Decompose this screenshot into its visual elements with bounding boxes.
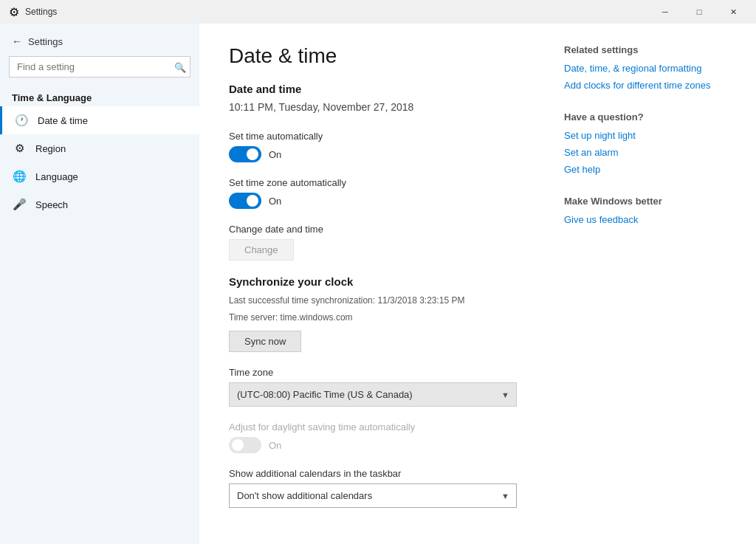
time-zone-row: Time zone (UTC-08:00) Pacific Time (US &… xyxy=(229,367,535,407)
related-link-date-regional[interactable]: Date, time, & regional formatting xyxy=(564,63,726,74)
sidebar-item-region[interactable]: ⚙ Region xyxy=(0,134,199,162)
set-timezone-auto-label: Set time zone automatically xyxy=(229,177,535,188)
title-bar-left: ⚙ Settings xyxy=(9,5,57,19)
back-label: Settings xyxy=(28,36,63,47)
set-timezone-auto-toggle[interactable] xyxy=(229,193,261,209)
minimize-button[interactable]: ─ xyxy=(648,0,682,24)
set-timezone-auto-toggle-row: On xyxy=(229,193,535,209)
daylight-saving-label: Adjust for daylight saving time automati… xyxy=(229,421,535,433)
sidebar-item-date-time[interactable]: 🕐 Date & time xyxy=(0,106,199,134)
back-button[interactable]: ← Settings xyxy=(0,30,199,53)
change-button[interactable]: Change xyxy=(229,239,294,261)
sync-info-2: Time server: time.windows.com xyxy=(229,311,535,325)
link-give-feedback[interactable]: Give us feedback xyxy=(564,214,726,225)
search-button[interactable]: 🔍 xyxy=(174,61,186,72)
search-input[interactable] xyxy=(9,56,190,78)
language-icon: 🌐 xyxy=(12,170,27,183)
sync-info-1: Last successful time synchronization: 11… xyxy=(229,294,535,308)
settings-icon: ⚙ xyxy=(9,5,19,19)
date-and-time-heading: Date and time xyxy=(229,83,535,95)
current-date-time: 10:11 PM, Tuesday, November 27, 2018 xyxy=(229,101,535,113)
sidebar-item-speech-label: Speech xyxy=(35,199,68,210)
app-body: ← Settings 🔍 Time & Language 🕐 Date & ti… xyxy=(0,24,756,544)
set-time-auto-toggle[interactable] xyxy=(229,146,261,162)
sidebar-section-title: Time & Language xyxy=(0,83,199,106)
change-date-time-row: Change date and time Change xyxy=(229,224,535,261)
close-button[interactable]: ✕ xyxy=(716,0,750,24)
speech-icon: 🎤 xyxy=(12,198,27,211)
search-container: 🔍 xyxy=(9,56,190,78)
main-content: Date & time Date and time 10:11 PM, Tues… xyxy=(229,44,535,523)
page-title: Date & time xyxy=(229,44,535,68)
daylight-saving-value: On xyxy=(269,440,281,451)
time-zone-dropdown[interactable]: (UTC-08:00) Pacific Time (US & Canada) xyxy=(229,382,517,407)
make-windows-better-section: Make Windows better Give us feedback xyxy=(564,196,726,225)
time-zone-dropdown-wrapper: (UTC-08:00) Pacific Time (US & Canada) ▼ xyxy=(229,382,517,407)
daylight-saving-toggle[interactable] xyxy=(229,437,261,453)
additional-calendars-dropdown[interactable]: Don't show additional calendars xyxy=(229,483,517,508)
have-a-question-section: Have a question? Set up night light Set … xyxy=(564,111,726,175)
make-windows-better-title: Make Windows better xyxy=(564,196,726,207)
change-date-time-label: Change date and time xyxy=(229,224,535,235)
link-get-help[interactable]: Get help xyxy=(564,164,726,175)
link-set-alarm[interactable]: Set an alarm xyxy=(564,147,726,158)
additional-calendars-dropdown-wrapper: Don't show additional calendars ▼ xyxy=(229,483,517,508)
set-time-auto-value: On xyxy=(269,149,281,160)
sidebar: ← Settings 🔍 Time & Language 🕐 Date & ti… xyxy=(0,24,199,544)
region-icon: ⚙ xyxy=(12,142,27,155)
content-area: Date & time Date and time 10:11 PM, Tues… xyxy=(199,24,756,544)
sync-clock-section: Synchronize your clock Last successful t… xyxy=(229,275,535,352)
additional-calendars-row: Show additional calendars in the taskbar… xyxy=(229,468,535,508)
related-settings-title: Related settings xyxy=(564,44,726,55)
set-timezone-auto-row: Set time zone automatically On xyxy=(229,177,535,209)
related-link-add-clocks[interactable]: Add clocks for different time zones xyxy=(564,80,726,91)
related-settings-section: Related settings Date, time, & regional … xyxy=(564,44,726,91)
sync-clock-heading: Synchronize your clock xyxy=(229,275,535,288)
time-zone-label: Time zone xyxy=(229,367,535,378)
set-time-auto-toggle-row: On xyxy=(229,146,535,162)
set-timezone-auto-value: On xyxy=(269,196,281,207)
right-sidebar: Related settings Date, time, & regional … xyxy=(564,44,726,523)
title-bar-controls: ─ □ ✕ xyxy=(648,0,750,24)
title-bar: ⚙ Settings ─ □ ✕ xyxy=(0,0,756,24)
sidebar-item-region-label: Region xyxy=(35,143,66,154)
date-time-section: Date and time 10:11 PM, Tuesday, Novembe… xyxy=(229,83,535,113)
daylight-saving-row: Adjust for daylight saving time automati… xyxy=(229,421,535,453)
set-time-auto-label: Set time automatically xyxy=(229,131,535,142)
back-arrow-icon: ← xyxy=(12,35,22,47)
set-time-auto-row: Set time automatically On xyxy=(229,131,535,162)
sync-now-button[interactable]: Sync now xyxy=(229,331,301,352)
sidebar-item-date-time-label: Date & time xyxy=(38,115,88,126)
title-bar-title: Settings xyxy=(25,7,57,17)
sidebar-item-language-label: Language xyxy=(35,171,78,182)
sidebar-item-language[interactable]: 🌐 Language xyxy=(0,162,199,190)
clock-icon: 🕐 xyxy=(14,114,29,127)
maximize-button[interactable]: □ xyxy=(682,0,716,24)
additional-calendars-label: Show additional calendars in the taskbar xyxy=(229,468,535,479)
daylight-saving-toggle-row: On xyxy=(229,437,535,453)
link-night-light[interactable]: Set up night light xyxy=(564,130,726,141)
sidebar-item-speech[interactable]: 🎤 Speech xyxy=(0,190,199,218)
have-a-question-title: Have a question? xyxy=(564,111,726,123)
